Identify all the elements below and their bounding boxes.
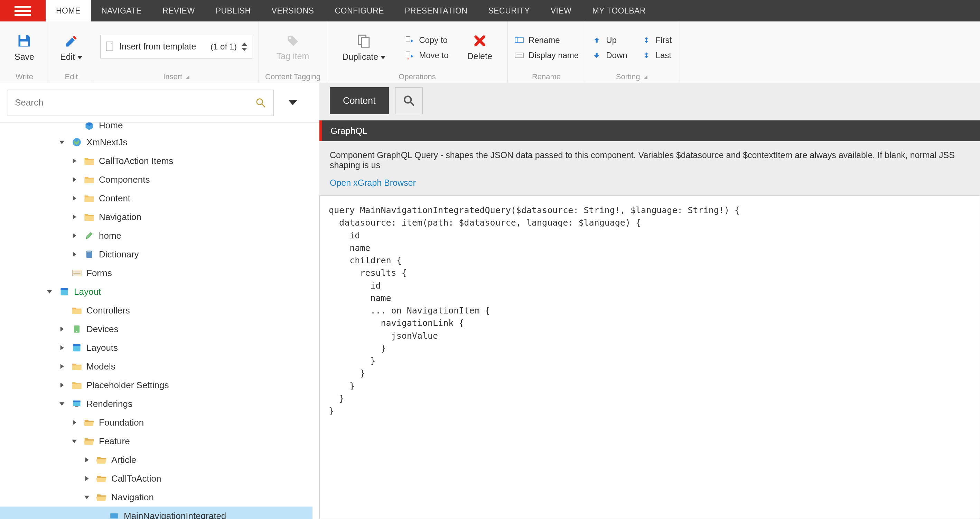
tree-label: MainNavigationIntegrated	[124, 511, 226, 519]
duplicate-button[interactable]: Duplicate	[337, 33, 391, 62]
tab-content[interactable]: Content	[330, 87, 389, 114]
tab-navigate[interactable]: NAVIGATE	[91, 0, 152, 21]
tab-security[interactable]: SECURITY	[478, 0, 540, 21]
tree-node-home_top[interactable]: Home	[0, 123, 312, 133]
tree-toggle-icon[interactable]	[72, 196, 80, 201]
last-button[interactable]: Last	[641, 49, 672, 62]
save-button[interactable]: Save	[10, 33, 39, 62]
insert-template-label: Insert from template	[119, 42, 196, 51]
duplicate-label: Duplicate	[342, 52, 378, 62]
search-button[interactable]	[248, 89, 274, 116]
tree-icon	[71, 305, 82, 315]
tree-node-layouts[interactable]: Layouts	[0, 339, 312, 357]
dialog-launcher-icon[interactable]: ◢	[644, 74, 648, 80]
svg-rect-31	[110, 513, 118, 518]
tree-toggle-icon[interactable]	[47, 289, 55, 294]
tree-label: Home	[99, 123, 123, 131]
tree-toggle-icon[interactable]	[72, 177, 80, 182]
tree-toggle-icon[interactable]	[84, 476, 92, 481]
tree-label: home	[99, 230, 121, 241]
tab-configure[interactable]: CONFIGURE	[324, 0, 395, 21]
tree-node-home[interactable]: home	[0, 226, 312, 245]
tab-publish[interactable]: PUBLISH	[205, 0, 261, 21]
tree-node-models[interactable]: Models	[0, 357, 312, 376]
tree-label: Placeholder Settings	[86, 380, 169, 391]
tree-toggle-icon[interactable]	[84, 457, 92, 462]
move-to-label: Move to	[419, 51, 449, 60]
tab-versions[interactable]: VERSIONS	[261, 0, 325, 21]
tree-node-devices[interactable]: Devices	[0, 320, 312, 339]
search-input[interactable]	[8, 89, 248, 116]
tree-node-placeholder_settings[interactable]: Placeholder Settings	[0, 376, 312, 394]
tree-node-xmnextjs[interactable]: XmNextJs	[0, 133, 312, 152]
section-description: Component GraphQL Query - shapes the JSO…	[320, 141, 980, 170]
chevron-down-icon	[77, 56, 83, 59]
first-button[interactable]: First	[641, 34, 672, 47]
last-label: Last	[656, 51, 671, 60]
tree-node-dictionary[interactable]: Dictionary	[0, 245, 312, 263]
content-tree[interactable]: HomeXmNextJsCallToAction ItemsComponents…	[0, 123, 320, 519]
tree-icon	[84, 249, 95, 259]
save-label: Save	[14, 52, 34, 62]
tree-node-controllers[interactable]: Controllers	[0, 301, 312, 320]
section-header-graphql: GraphQL	[320, 120, 980, 141]
tree-toggle-icon[interactable]	[72, 214, 80, 219]
tree-label: Models	[86, 361, 115, 372]
tree-node-content[interactable]: Content	[0, 189, 312, 208]
tree-node-foundation[interactable]: Foundation	[0, 413, 312, 432]
tree-node-navigation[interactable]: Navigation	[0, 208, 312, 226]
tree-node-components[interactable]: Components	[0, 170, 312, 189]
tree-label: Controllers	[86, 305, 130, 316]
tree-node-article[interactable]: Article	[0, 450, 312, 469]
tree-toggle-icon[interactable]	[59, 383, 67, 388]
tree-toggle-icon[interactable]	[59, 345, 67, 350]
filter-dropdown[interactable]	[274, 89, 312, 116]
tree-icon	[108, 511, 119, 519]
tree-label: XmNextJs	[86, 137, 127, 148]
tree-toggle-icon[interactable]	[59, 364, 67, 369]
tree-icon	[59, 287, 70, 297]
tree-node-renderings[interactable]: Renderings	[0, 394, 312, 413]
tree-node-forms[interactable]: Forms	[0, 263, 312, 282]
up-button[interactable]: Up	[592, 34, 627, 47]
tree-toggle-icon[interactable]	[72, 420, 80, 425]
tab-presentation[interactable]: PRESENTATION	[395, 0, 478, 21]
tree-toggle-icon[interactable]	[72, 439, 80, 444]
insert-spinner[interactable]	[242, 43, 247, 51]
tree-toggle-icon[interactable]	[59, 401, 67, 406]
tree-node-calltoaction_items[interactable]: CallToAction Items	[0, 152, 312, 170]
move-to-button[interactable]: Move to	[404, 49, 449, 62]
tree-node-main_nav_integrated[interactable]: MainNavigationIntegrated	[0, 506, 312, 519]
tree-node-feature[interactable]: Feature	[0, 432, 312, 450]
dialog-launcher-icon[interactable]: ◢	[186, 74, 189, 80]
graphql-query-editor[interactable]: query MainNavigationIntegratedQuery($dat…	[320, 195, 980, 519]
tree-label: Layout	[74, 286, 101, 297]
hamburger-menu[interactable]	[0, 0, 46, 21]
tab-my-toolbar[interactable]: MY TOOLBAR	[582, 0, 657, 21]
tab-review[interactable]: REVIEW	[152, 0, 205, 21]
tab-home[interactable]: HOME	[46, 0, 91, 21]
content-search-button[interactable]	[395, 87, 423, 114]
delete-button[interactable]: Delete	[463, 34, 497, 61]
tree-toggle-icon[interactable]	[72, 252, 80, 257]
open-xgraph-browser-link[interactable]: Open xGraph Browser	[320, 170, 980, 195]
tree-toggle-icon[interactable]	[59, 140, 67, 145]
copy-to-button[interactable]: Copy to	[404, 34, 449, 47]
tree-node-navigation2[interactable]: Navigation	[0, 488, 312, 506]
tree-toggle-icon[interactable]	[72, 158, 80, 163]
tree-toggle-icon[interactable]	[72, 233, 80, 238]
content-tagging-group-label: Content Tagging	[265, 72, 320, 81]
tree-toggle-icon[interactable]	[59, 327, 67, 332]
insert-from-template[interactable]: Insert from template (1 of 1)	[100, 35, 252, 59]
tree-node-layout[interactable]: Layout	[0, 282, 312, 301]
tree-toggle-icon[interactable]	[84, 495, 92, 500]
edit-group-label: Edit	[65, 72, 78, 81]
tree-node-calltoaction[interactable]: CallToAction	[0, 469, 312, 488]
tab-view[interactable]: VIEW	[540, 0, 582, 21]
display-name-button[interactable]: Display name	[514, 49, 579, 62]
tree-label: Content	[99, 193, 130, 204]
tree-icon	[71, 324, 82, 334]
down-button[interactable]: Down	[592, 49, 627, 62]
rename-button[interactable]: Rename	[514, 34, 579, 47]
edit-button[interactable]: Edit	[55, 33, 88, 62]
